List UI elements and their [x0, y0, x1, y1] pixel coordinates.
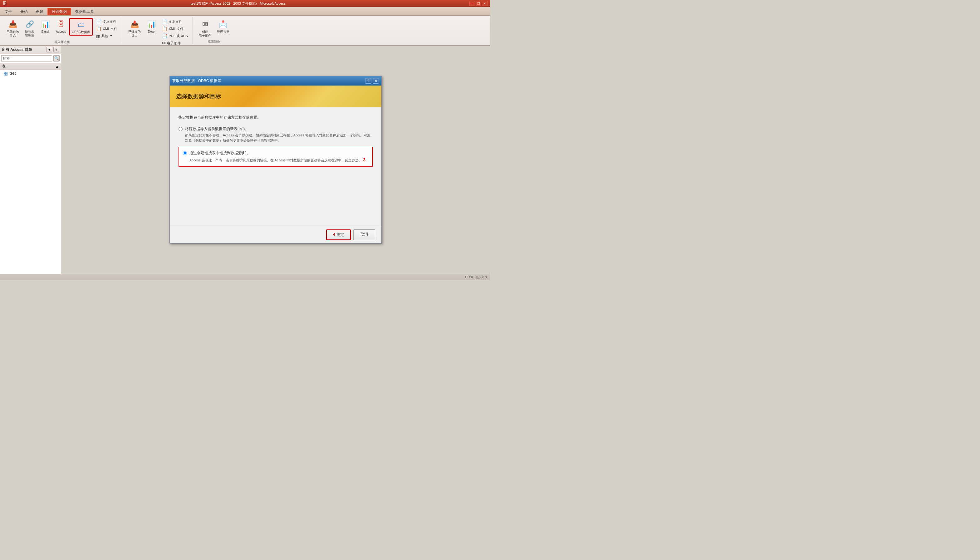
radio-link-desc: Access 会创建一个表，该表将维护到原数据的链接。在 Access 中对数据… — [190, 157, 368, 163]
excel-import-button[interactable]: 📊 Excel — [38, 18, 52, 35]
manage-replies-label: 管理答复 — [217, 30, 230, 34]
create-email-icon: ✉ — [200, 19, 210, 29]
sidebar-item-test[interactable]: ▦ test — [0, 70, 61, 77]
status-text: ODBC 初步完成 — [465, 275, 488, 279]
title-bar-controls: — ❐ ✕ — [469, 1, 488, 6]
radio-import-label[interactable]: 将源数据导入当前数据库的新表中(I)。 — [185, 127, 248, 131]
xml-file-button[interactable]: 📋 XML 文件 — [94, 25, 120, 32]
sidebar-section-toggle: ▲ — [55, 64, 59, 69]
status-bar: ODBC 初步完成 — [0, 274, 490, 280]
excel-import-label: Excel — [42, 30, 49, 34]
restore-button[interactable]: ❐ — [476, 1, 481, 6]
access-import-button[interactable]: 🗄 Access — [54, 18, 68, 35]
radio-import-desc: 如果指定的对象不存在，Access 会予以创建。如果指定的对象已存在，Acces… — [185, 133, 373, 143]
odbc-db-button[interactable]: 🗃 ODBC数据库 — [69, 18, 93, 36]
others-import-label: 其他 — [101, 34, 108, 38]
manage-replies-icon: 📩 — [218, 19, 228, 29]
create-email-label: 创建电子邮件 — [199, 30, 211, 37]
dialog-titlebar: 获取外部数据 - ODBC 数据库 ? ✕ — [170, 76, 381, 85]
pdf-export-button[interactable]: 📑 PDF 或 XPS — [160, 32, 190, 39]
dialog-help-btn[interactable]: ? — [365, 78, 371, 84]
close-button[interactable]: ✕ — [482, 1, 488, 6]
minimize-button[interactable]: — — [469, 1, 475, 6]
radio-option-import: 将源数据导入当前数据库的新表中(I)。 如果指定的对象不存在，Access 会予… — [178, 127, 373, 143]
text-file-icon: 📄 — [96, 19, 101, 24]
step-number-3: 3 — [363, 157, 366, 162]
radio-link-table[interactable] — [183, 151, 187, 155]
sidebar-search-area: 🔍 — [0, 54, 61, 63]
search-button[interactable]: 🔍 — [53, 55, 60, 62]
excel-export-icon: 📊 — [146, 19, 156, 29]
radio-option-link: 通过创建链接表来链接到数据源(L)。 Access 会创建一个表，该表将维护到原… — [178, 147, 373, 167]
import-link-label: 导入并链接 — [4, 39, 120, 45]
content-area: 获取外部数据 - ODBC 数据库 ? ✕ 选择数据源和目标 指定数据在当前数据… — [61, 45, 490, 274]
tab-create[interactable]: 创建 — [32, 8, 47, 15]
linked-table-label: 链接表管理器 — [25, 30, 34, 37]
sidebar-dropdown-btn[interactable]: ▼ — [47, 47, 52, 52]
others-import-icon: ▦ — [96, 33, 100, 38]
xml-export-button[interactable]: 📋 XML 文件 — [160, 25, 190, 32]
dialog-body: 指定数据在当前数据库中的存储方式和存储位置。 将源数据导入当前数据库的新表中(I… — [170, 107, 381, 226]
text-export-label: 文本文件 — [168, 19, 182, 24]
saved-export-button[interactable]: 📤 已保存的导出 — [126, 18, 143, 39]
create-email-button[interactable]: ✉ 创建电子邮件 — [196, 18, 213, 39]
excel-export-button[interactable]: 📊 Excel — [144, 18, 158, 35]
title-bar: 🗄 test1数据库 (Access 2002 - 2003 文件格式) - M… — [0, 0, 490, 7]
pdf-export-label: PDF 或 XPS — [168, 34, 188, 38]
title-bar-icon: 🗄 — [2, 1, 7, 6]
sidebar-section-header[interactable]: 表 ▲ — [0, 63, 61, 70]
small-buttons-column: 📄 文本文件 📋 XML 文件 ▦ 其他 ▼ — [94, 18, 120, 39]
dialog-header-title: 选择数据源和目标 — [176, 93, 221, 100]
saved-import-icon: 📥 — [8, 19, 18, 29]
tab-dbtools[interactable]: 数据库工具 — [71, 8, 98, 15]
odbc-db-icon: 🗃 — [76, 20, 86, 30]
others-import-button[interactable]: ▦ 其他 ▼ — [94, 32, 120, 39]
step-number-4: 4 — [333, 232, 336, 237]
ribbon-tabs: 文件 开始 创建 外部数据 数据库工具 — [0, 7, 490, 16]
cancel-button[interactable]: 取消 — [353, 230, 375, 240]
pdf-export-icon: 📑 — [162, 33, 167, 38]
dialog-instruction: 指定数据在当前数据库中的存储方式和存储位置。 — [178, 115, 373, 120]
search-input[interactable] — [1, 55, 52, 62]
collect-group: ✉ 创建电子邮件 📩 管理答复 收集数据 — [194, 17, 234, 44]
table-icon: ▦ — [4, 71, 8, 76]
dialog-footer: 4 确定 取消 — [170, 226, 381, 243]
sidebar: 所有 Access 对象 ▼ « 🔍 表 ▲ ▦ test — [0, 45, 61, 274]
ribbon: 📥 已保存的导入 🔗 链接表管理器 📊 Excel 🗄 Access 🗃 ODB… — [0, 16, 490, 45]
tab-file[interactable]: 文件 — [1, 8, 16, 15]
radio-import-content: 将源数据导入当前数据库的新表中(I)。 如果指定的对象不存在，Access 会予… — [185, 127, 373, 143]
xml-export-label: XML 文件 — [168, 27, 183, 31]
import-link-group: 📥 已保存的导入 🔗 链接表管理器 📊 Excel 🗄 Access 🗃 ODB… — [2, 17, 122, 44]
ok-label: 确定 — [336, 233, 344, 237]
sidebar-header-title: 所有 Access 对象 — [2, 47, 32, 52]
sidebar-header-controls: ▼ « — [47, 47, 59, 52]
tab-external-data[interactable]: 外部数据 — [47, 8, 71, 15]
sidebar-header: 所有 Access 对象 ▼ « — [0, 45, 61, 54]
email-export-icon: ✉ — [162, 41, 166, 45]
tab-home[interactable]: 开始 — [16, 8, 32, 15]
radio-import-new-table[interactable] — [178, 127, 183, 131]
collect-group-label: 收集数据 — [196, 39, 231, 44]
odbc-db-label: ODBC数据库 — [72, 30, 90, 34]
dialog-overlay: 获取外部数据 - ODBC 数据库 ? ✕ 选择数据源和目标 指定数据在当前数据… — [61, 45, 490, 274]
dialog-close-btn[interactable]: ✕ — [373, 78, 379, 84]
saved-export-label: 已保存的导出 — [128, 30, 141, 37]
text-export-button[interactable]: 📄 文本文件 — [160, 18, 190, 25]
others-import-arrow: ▼ — [110, 34, 112, 37]
sidebar-section-title: 表 — [2, 64, 5, 69]
manage-replies-button[interactable]: 📩 管理答复 — [215, 18, 231, 35]
xml-export-icon: 📋 — [162, 26, 167, 31]
linked-table-mgr-button[interactable]: 🔗 链接表管理器 — [22, 18, 37, 39]
access-import-icon: 🗄 — [56, 19, 66, 29]
text-file-button[interactable]: 📄 文本文件 — [94, 18, 120, 25]
import-link-content: 📥 已保存的导入 🔗 链接表管理器 📊 Excel 🗄 Access 🗃 ODB… — [4, 17, 120, 39]
saved-import-button[interactable]: 📥 已保存的导入 — [4, 18, 21, 39]
text-export-icon: 📄 — [162, 19, 167, 24]
excel-import-icon: 📊 — [40, 19, 50, 29]
radio-link-label[interactable]: 通过创建链接表来链接到数据源(L)。 — [190, 151, 250, 155]
dialog-odbc: 获取外部数据 - ODBC 数据库 ? ✕ 选择数据源和目标 指定数据在当前数据… — [170, 76, 382, 243]
ok-button[interactable]: 4 确定 — [326, 230, 351, 240]
main-area: 所有 Access 对象 ▼ « 🔍 表 ▲ ▦ test 获取外部数据 - O — [0, 45, 490, 274]
sidebar-collapse-btn[interactable]: « — [53, 47, 59, 52]
xml-file-label: XML 文件 — [103, 27, 117, 31]
